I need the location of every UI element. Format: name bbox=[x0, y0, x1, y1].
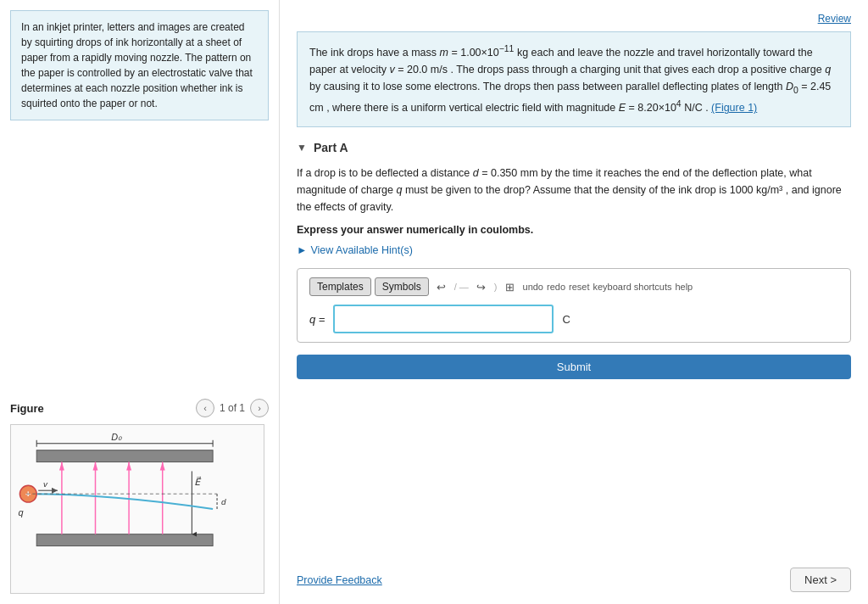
left-panel: In an inkjet printer, letters and images… bbox=[0, 0, 280, 604]
answer-box: Templates Symbols ↩ / — ↪ ) ⊞ undo redo … bbox=[297, 268, 851, 343]
symbols-button[interactable]: Symbols bbox=[375, 277, 429, 296]
undo-label: undo bbox=[523, 282, 543, 292]
help-label: help bbox=[675, 282, 693, 292]
svg-text:v: v bbox=[43, 479, 48, 489]
right-panel: Review The ink drops have a mass m = 1.0… bbox=[280, 0, 868, 604]
reset-icon[interactable]: ⊞ bbox=[501, 277, 520, 296]
answer-input[interactable] bbox=[333, 305, 554, 333]
problem-context: In an inkjet printer, letters and images… bbox=[10, 10, 269, 120]
svg-text:D₀: D₀ bbox=[111, 432, 122, 442]
hint-arrow-icon: ► bbox=[297, 244, 307, 256]
hint-label: View Available Hint(s) bbox=[310, 244, 412, 256]
question-text: If a drop is to be deflected a distance … bbox=[297, 165, 851, 215]
input-variable-label: q = bbox=[309, 313, 325, 326]
svg-marker-13 bbox=[93, 462, 98, 471]
svg-rect-5 bbox=[36, 534, 213, 546]
next-button[interactable]: Next > bbox=[790, 568, 851, 592]
part-a-header: ▼ Part A bbox=[297, 141, 851, 154]
hint-link[interactable]: ► View Available Hint(s) bbox=[297, 244, 851, 256]
figure-diagram: D₀ E⃗ bbox=[10, 424, 264, 594]
keyboard-label: keyboard shortcuts bbox=[593, 282, 672, 292]
figure-nav: ‹ 1 of 1 › bbox=[196, 399, 269, 417]
figure-count: 1 of 1 bbox=[220, 402, 245, 414]
templates-button[interactable]: Templates bbox=[309, 277, 371, 296]
svg-rect-4 bbox=[36, 450, 213, 462]
express-text: Express your answer numerically in coulo… bbox=[297, 224, 851, 236]
reset-label: reset bbox=[569, 282, 589, 292]
problem-description: The ink drops have a mass m = 1.00×10−11… bbox=[297, 31, 851, 127]
figure-section: Figure ‹ 1 of 1 › D₀ bbox=[10, 399, 269, 594]
toolbar-divider-1: / — bbox=[454, 282, 469, 292]
diagram-svg: D₀ E⃗ bbox=[11, 425, 264, 593]
feedback-link[interactable]: Provide Feedback bbox=[297, 574, 382, 586]
toolbar-divider-2: ) bbox=[494, 282, 498, 292]
figure-label: Figure bbox=[10, 402, 44, 415]
unit-label: C bbox=[562, 313, 570, 326]
svg-marker-12 bbox=[59, 462, 64, 471]
figure-prev-button[interactable]: ‹ bbox=[196, 399, 214, 417]
undo-icon[interactable]: ↩ bbox=[432, 277, 451, 296]
redo-label: redo bbox=[547, 282, 565, 292]
part-a-label: Part A bbox=[314, 141, 348, 154]
input-row: q = C bbox=[309, 305, 838, 333]
svg-text:q: q bbox=[18, 507, 23, 517]
svg-text:E⃗: E⃗ bbox=[194, 476, 202, 487]
svg-marker-15 bbox=[160, 462, 165, 471]
review-link[interactable]: Review bbox=[818, 13, 851, 25]
problem-text: The ink drops have a mass m = 1.00×10−11… bbox=[309, 47, 831, 114]
bottom-bar: Provide Feedback Next > bbox=[297, 559, 851, 592]
svg-text:d: d bbox=[221, 497, 226, 506]
context-text: In an inkjet printer, letters and images… bbox=[21, 21, 253, 109]
redo-icon[interactable]: ↪ bbox=[472, 277, 491, 296]
svg-marker-14 bbox=[126, 462, 131, 471]
submit-button[interactable]: Submit bbox=[297, 355, 851, 379]
toolbar: Templates Symbols ↩ / — ↪ ) ⊞ undo redo … bbox=[309, 277, 838, 296]
collapse-arrow-icon[interactable]: ▼ bbox=[297, 142, 307, 154]
review-link-container: Review bbox=[297, 12, 851, 25]
figure-header: Figure ‹ 1 of 1 › bbox=[10, 399, 269, 417]
figure-link[interactable]: (Figure 1) bbox=[711, 102, 757, 114]
figure-next-button[interactable]: › bbox=[250, 399, 269, 417]
